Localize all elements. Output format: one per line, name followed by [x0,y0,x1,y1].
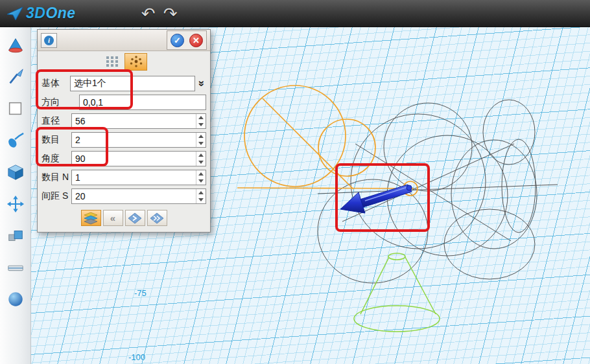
diameter-input[interactable] [72,114,196,128]
tab-circular-pattern[interactable] [124,53,147,71]
spacing-s-spinner[interactable] [196,189,206,203]
diameter-label: 直径 [41,115,71,127]
count-input[interactable] [72,133,196,147]
dialog-header: i ✓ ✕ [38,30,210,51]
field-row-direction: 方向 [41,93,206,111]
field-row-base: 基体 » [41,74,206,93]
app-logo: 3DOne [6,5,76,22]
solid-primitives-icon[interactable] [5,35,26,56]
close-icon: ✕ [189,34,203,47]
field-row-count-n: 数目 N [41,168,206,187]
curve-spoon-icon[interactable] [5,130,26,151]
spacing-s-label: 间距 S [41,190,71,202]
pattern-type-tabs [38,51,210,72]
angle-input[interactable] [72,152,196,166]
direction-field [79,95,206,110]
wire-black-group [318,100,558,283]
diameter-field [71,113,206,129]
base-input[interactable] [71,76,195,91]
count-label: 数目 [41,134,71,146]
redo-icon[interactable]: ↷ [159,3,182,25]
angle-spinner[interactable] [196,152,206,166]
confirm-button-group: ✓ ✕ [167,30,207,50]
step-next-button[interactable] [125,210,145,226]
step-last-button[interactable] [147,210,167,226]
cancel-button[interactable]: ✕ [187,32,206,49]
wire-orange-group [237,85,418,196]
step-back-button[interactable]: « [103,210,123,226]
field-row-count: 数目 [41,130,206,149]
base-field [70,76,195,91]
field-row-spacing-s: 间距 S [41,187,206,205]
move-tool-icon[interactable] [5,194,26,214]
diamond-arrow-icon [128,212,142,224]
field-row-diameter: 直径 [41,111,206,130]
direction-input[interactable] [80,95,206,109]
undo-icon[interactable]: ↶ [137,3,159,25]
paper-plane-icon [6,6,23,21]
dialog-footer-buttons: « [38,207,210,232]
count-n-label: 数目 N [41,172,71,183]
angle-label: 角度 [41,153,71,165]
material-sphere-icon[interactable] [5,289,26,310]
feature-cube-icon[interactable] [5,162,26,183]
spacing-s-field [71,188,206,204]
direction-label: 方向 [41,97,79,108]
tool-sidebar [0,27,31,364]
pattern-stack-button[interactable] [81,210,101,226]
top-bar: 3DOne ↶ ↷ [0,0,590,27]
diamond-double-arrow-icon [150,212,164,224]
expand-chevron-icon[interactable]: » [196,76,206,91]
double-chevron-left-icon: « [110,212,115,223]
base-label: 基体 [41,78,70,89]
count-n-field [71,170,206,185]
measure-bar-icon[interactable] [5,257,26,278]
app-title: 3DOne [26,5,76,22]
angle-field [71,151,206,166]
linear-pattern-icon [105,55,119,68]
tab-linear-pattern[interactable] [100,53,123,71]
paint-brush-icon[interactable] [5,67,26,87]
circular-pattern-icon [129,55,143,68]
count-spinner[interactable] [196,133,206,147]
sketch-plane-icon[interactable] [5,98,26,119]
field-row-angle: 角度 [41,149,206,168]
spacing-s-input[interactable] [72,189,196,203]
count-n-spinner[interactable] [196,170,206,185]
dialog-form: 基体 » 方向 直径 数目 角度 [38,72,210,207]
check-icon: ✓ [171,34,184,47]
pattern-dialog: i ✓ ✕ [37,29,211,233]
ok-button[interactable]: ✓ [168,32,187,49]
count-n-input[interactable] [72,170,196,185]
pattern-stack-icon [83,212,99,225]
count-field [71,132,206,148]
assembly-blocks-icon[interactable] [5,225,26,246]
wire-green-group [354,253,440,332]
diameter-spinner[interactable] [196,114,206,128]
info-icon[interactable]: i [41,33,57,48]
